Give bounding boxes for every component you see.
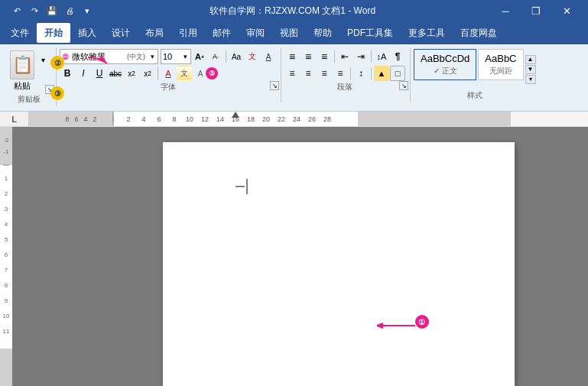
styles-group: AaBbCcDd ✓ 正文 AaBbC 无间距 <box>411 47 541 102</box>
menu-pdf[interactable]: PDF工具集 <box>339 23 401 43</box>
ruler-svg: 8 6 4 2 2 4 6 8 10 12 14 16 18 20 22 24 … <box>29 112 588 126</box>
font-color-button[interactable]: A <box>161 66 176 81</box>
svg-text:11: 11 <box>3 328 10 335</box>
align-left[interactable]: ≡ <box>284 66 300 81</box>
justify[interactable]: ≡ <box>333 66 348 81</box>
svg-text:22: 22 <box>278 115 285 123</box>
bold-button[interactable]: B <box>60 66 75 81</box>
strikethrough-button[interactable]: abc <box>108 66 123 81</box>
vertical-ruler-wrap: -2 -1 1 2 3 4 5 6 7 8 9 10 11 <box>0 127 588 386</box>
sep-4 <box>371 50 372 63</box>
subscript-button[interactable]: x2 <box>124 66 139 81</box>
ribbon: 📋 粘贴 ▾ ↘ 剪贴板 <box>0 44 588 112</box>
save-button[interactable]: 💾 <box>44 3 60 18</box>
svg-text:9: 9 <box>5 297 8 304</box>
font-label: 字体 <box>161 81 176 92</box>
para-row-1: ≡ ≡ ≡ ⇤ ⇥ ↕A ¶ <box>284 49 405 64</box>
font-indicator[interactable]: ↘ <box>270 81 279 90</box>
annotation-1-group: ① <box>377 318 423 336</box>
minimize-button[interactable]: ─ <box>490 0 521 21</box>
styles-expand[interactable]: ▾ <box>525 75 536 84</box>
menu-bar: 文件 开始 插入 设计 布局 引用 邮件 审阅 视图 帮助 PDF工具集 更多工… <box>0 21 588 44</box>
svg-text:7: 7 <box>5 267 8 274</box>
menu-help[interactable]: 帮助 <box>306 23 339 43</box>
numbering-button[interactable]: ≡ <box>300 49 316 64</box>
font-group: ② (中文) ▾ ▾ A+ A- Aa 文 <box>57 47 281 102</box>
increase-indent[interactable]: ⇥ <box>353 49 369 64</box>
cursor-crosshair <box>236 179 258 194</box>
font-dropdown[interactable]: ▾ <box>147 50 158 63</box>
sort-button[interactable]: ↕A <box>374 49 389 64</box>
document-page[interactable] <box>163 142 515 386</box>
menu-file[interactable]: 文件 <box>3 23 37 43</box>
font-size-input[interactable] <box>161 50 180 63</box>
menu-view[interactable]: 视图 <box>272 23 306 43</box>
styles-scroll-down[interactable]: ▼ <box>525 65 536 74</box>
svg-text:10: 10 <box>186 115 193 123</box>
menu-mailings[interactable]: 邮件 <box>205 23 239 43</box>
print-button[interactable]: 🖨 <box>62 3 77 18</box>
menu-references[interactable]: 引用 <box>171 23 205 43</box>
menu-layout[interactable]: 布局 <box>138 23 171 43</box>
quick-access-toolbar: ↶ ↷ 💾 🖨 ▾ <box>9 3 95 18</box>
svg-rect-0 <box>29 112 113 126</box>
close-button[interactable]: ✕ <box>551 0 582 21</box>
restore-button[interactable]: ❐ <box>521 0 551 21</box>
superscript-button[interactable]: x2 <box>140 66 155 81</box>
align-center[interactable]: ≡ <box>300 66 316 81</box>
undo-button[interactable]: ↶ <box>9 3 24 18</box>
style-normal[interactable]: AaBbCcDd ✓ 正文 <box>414 49 476 80</box>
show-hide-button[interactable]: ¶ <box>390 49 405 64</box>
app-wrapper: ↶ ↷ 💾 🖨 ▾ 软件自学网：RJZXW.COM 文档1 - Word ─ ❐… <box>0 0 588 386</box>
svg-text:8: 8 <box>172 115 176 123</box>
italic-button[interactable]: I <box>76 66 91 81</box>
document-scroll[interactable]: ① <box>12 127 588 386</box>
border-button[interactable]: □ <box>390 66 405 81</box>
ribbon-groups: 📋 粘贴 ▾ ↘ 剪贴板 <box>0 47 588 106</box>
menu-baidu[interactable]: 百度网盘 <box>453 23 505 43</box>
underline-button[interactable]: U <box>92 66 107 81</box>
svg-text:2: 2 <box>5 190 8 197</box>
font-shrink-button[interactable]: A- <box>208 49 223 64</box>
font-size-dropdown[interactable]: ▾ <box>180 50 190 63</box>
svg-text:24: 24 <box>293 115 300 123</box>
svg-text:4: 4 <box>141 115 145 123</box>
line-spacing[interactable]: ↕ <box>353 66 369 81</box>
paragraph-group: ≡ ≡ ≡ ⇤ ⇥ ↕A ¶ ≡ ≡ ≡ ≡ <box>281 47 411 102</box>
svg-text:8: 8 <box>65 115 69 123</box>
font-grow-button[interactable]: A+ <box>192 49 207 64</box>
title-bar-title: 软件自学网：RJZXW.COM 文档1 - Word <box>95 5 490 18</box>
font-name-input[interactable] <box>70 50 125 63</box>
menu-review[interactable]: 审阅 <box>239 23 272 43</box>
menu-design[interactable]: 设计 <box>104 23 138 43</box>
cursor-area <box>236 179 258 196</box>
menu-insert[interactable]: 插入 <box>70 23 104 43</box>
menu-home[interactable]: 开始 <box>37 23 70 43</box>
styles-scroll-up[interactable]: ▲ <box>525 55 536 64</box>
decrease-indent[interactable]: ⇤ <box>337 49 352 64</box>
highlight-button[interactable]: 文 <box>177 66 192 81</box>
multilevel-button[interactable]: ≡ <box>317 49 332 64</box>
align-right[interactable]: ≡ <box>317 66 332 81</box>
paste-button[interactable]: 📋 粘贴 <box>8 49 36 93</box>
style-no-space[interactable]: AaBbC 无间距 <box>478 49 523 80</box>
svg-text:26: 26 <box>308 115 316 123</box>
para-row-2: ≡ ≡ ≡ ≡ ↕ ▲ □ <box>284 66 405 81</box>
vertical-ruler: -2 -1 1 2 3 4 5 6 7 8 9 10 11 <box>0 127 12 386</box>
paste-label: 粘贴 <box>14 80 31 92</box>
styles-label: 样式 <box>467 89 482 101</box>
customize-qa-button[interactable]: ▾ <box>80 3 95 18</box>
vruler-svg: -2 -1 1 2 3 4 5 6 7 8 9 10 11 <box>0 127 12 386</box>
font-type-label: (中文) <box>125 52 147 62</box>
menu-more-tools[interactable]: 更多工具 <box>401 23 453 43</box>
svg-text:14: 14 <box>216 115 224 123</box>
shading-button[interactable]: ▲ <box>374 66 389 81</box>
clear-format-button[interactable]: A <box>261 49 276 64</box>
para-indicator[interactable]: ↘ <box>399 81 408 90</box>
redo-button[interactable]: ↷ <box>27 3 42 18</box>
case-button[interactable]: Aa <box>229 49 244 64</box>
bullets-button[interactable]: ≡ <box>284 49 300 64</box>
text-effects-button[interactable]: 文 <box>245 49 260 64</box>
svg-text:2: 2 <box>126 115 130 123</box>
clipboard-paste-special[interactable]: ▾ <box>37 52 49 67</box>
